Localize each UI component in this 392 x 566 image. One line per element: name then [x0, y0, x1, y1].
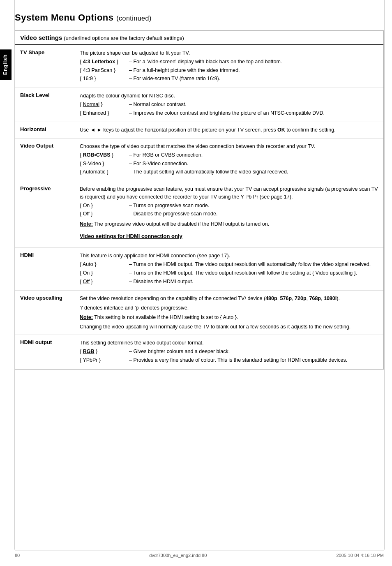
option-key: { 16:9 }: [80, 75, 129, 83]
option-row: { 16:9 } – For wide-screen TV (frame rat…: [80, 75, 378, 83]
option-desc: – The output setting will automatically …: [129, 168, 378, 176]
option-key: { Automatic }: [80, 168, 129, 176]
row-description: This setting determines the video output…: [80, 339, 378, 347]
row-desc-tv-shape: The picture shape can be adjusted to fit…: [75, 45, 383, 88]
option-desc: – Disables the HDMI output.: [129, 278, 378, 286]
page-container: English System Menu Options (continued) …: [0, 0, 392, 566]
page-number: 80: [15, 553, 20, 558]
video-settings-header: Video settings (underlined options are t…: [15, 31, 383, 45]
option-key: { On }: [80, 269, 129, 277]
row-label-hdmi-output: HDMI output: [15, 335, 75, 369]
option-row: { On } – Turns on progressive scan mode.: [80, 202, 378, 210]
option-key: { Normal }: [80, 101, 129, 109]
row-label-tv-shape: TV Shape: [15, 45, 75, 88]
settings-table: TV Shape The picture shape can be adjust…: [15, 45, 383, 369]
option-desc: – Turns on the HDMI output. The video ou…: [129, 261, 378, 268]
option-desc: – For a full-height picture with the sid…: [129, 67, 378, 74]
option-desc: – Turns on progressive scan mode.: [129, 202, 378, 210]
option-key: { Enhanced }: [80, 109, 129, 117]
main-content: System Menu Options (continued) Video se…: [15, 0, 384, 370]
row-desc-hdmi: This feature is only applicable for HDMI…: [75, 248, 383, 291]
option-desc: – Provides a very fine shade of colour. …: [129, 356, 378, 364]
option-key: { RGB }: [80, 348, 129, 356]
footer-date: 2005-10-04 4:16:18 PM: [336, 553, 384, 558]
table-row: Video Output Chooses the type of video o…: [15, 139, 383, 181]
option-row: { Off } – Disables the HDMI output.: [80, 278, 378, 286]
upscalling-note1: 'i' denotes interlace and 'p' denotes pr…: [80, 304, 378, 312]
option-key: { 4:3 Letterbox }: [80, 58, 129, 66]
option-key: { Auto }: [80, 261, 129, 268]
option-desc: – Gives brighter colours and a deeper bl…: [129, 348, 378, 356]
side-tab: English: [0, 49, 12, 80]
table-row: Progressive Before enabling the progress…: [15, 181, 383, 248]
option-desc: – For a 'wide-screen' display with black…: [129, 58, 378, 66]
upscalling-note2: Note: This setting is not available if t…: [80, 314, 378, 321]
option-desc: – For wide-screen TV (frame ratio 16:9).: [129, 75, 378, 83]
option-row: { Auto } – Turns on the HDMI output. The…: [80, 261, 378, 268]
option-desc: – Improves the colour contrast and brigh…: [129, 109, 378, 117]
option-key: { S-Video }: [80, 160, 129, 168]
option-key: { RGB•CVBS }: [80, 151, 129, 159]
option-row: { S-Video } – For S-Video connection.: [80, 160, 378, 168]
table-row: TV Shape The picture shape can be adjust…: [15, 45, 383, 88]
row-label-video-output: Video Output: [15, 139, 75, 181]
option-desc: – Turns on the HDMI output. The video ou…: [129, 269, 378, 277]
option-desc: – Disables the progressive scan mode.: [129, 210, 378, 218]
row-description: Chooses the type of video output that ma…: [80, 143, 378, 150]
row-desc-black-level: Adapts the colour dynamic for NTSC disc.…: [75, 88, 383, 122]
table-row: Horizontal Use ◄ ► keys to adjust the ho…: [15, 122, 383, 139]
option-row: { 4:3 Letterbox } – For a 'wide-screen' …: [80, 58, 378, 66]
row-description: This feature is only applicable for HDMI…: [80, 252, 378, 260]
option-key: { 4:3 PanScan }: [80, 67, 129, 74]
doc-border-left: [14, 0, 15, 550]
row-desc-progressive: Before enabling the progressive scan fea…: [75, 181, 383, 248]
hdmi-section-header: Video settings for HDMI connection only: [80, 232, 378, 240]
option-row: { On } – Turns on the HDMI output. The v…: [80, 269, 378, 277]
option-row: { 4:3 PanScan } – For a full-height pict…: [80, 67, 378, 74]
option-row: { Enhanced } – Improves the colour contr…: [80, 109, 378, 117]
option-desc: – For RGB or CVBS connection.: [129, 151, 378, 159]
row-label-progressive: Progressive: [15, 181, 75, 248]
option-row: { Off } – Disables the progressive scan …: [80, 210, 378, 218]
row-label-video-upscalling: Video upscalling: [15, 291, 75, 335]
upscalling-note3: Changing the video upscalling will norma…: [80, 323, 378, 331]
option-desc: – Normal colour contrast.: [129, 101, 378, 109]
table-row: HDMI output This setting determines the …: [15, 335, 383, 369]
option-row: { Normal } – Normal colour contrast.: [80, 101, 378, 109]
option-row: { YPbPr } – Provides a very fine shade o…: [80, 356, 378, 364]
row-description: Use ◄ ► keys to adjust the horizontal po…: [80, 126, 378, 134]
row-desc-video-output: Chooses the type of video output that ma…: [75, 139, 383, 181]
title-continued: (continued): [116, 15, 152, 22]
row-label-black-level: Black Level: [15, 88, 75, 122]
option-row: { RGB•CVBS } – For RGB or CVBS connectio…: [80, 151, 378, 159]
option-desc: – For S-Video connection.: [129, 160, 378, 168]
title-text: System Menu Options: [15, 12, 114, 23]
video-settings-box: Video settings (underlined options are t…: [15, 30, 384, 370]
row-label-horizontal: Horizontal: [15, 122, 75, 139]
option-key: { Off }: [80, 210, 129, 218]
row-description: The picture shape can be adjusted to fit…: [80, 49, 378, 57]
row-description: Before enabling the progressive scan fea…: [80, 185, 378, 201]
page-footer: 80 dvdr7300h_eu_eng2.indd 80 2005-10-04 …: [15, 550, 384, 558]
table-row: Video upscalling Set the video resolutio…: [15, 291, 383, 335]
row-description: Adapts the colour dynamic for NTSC disc.: [80, 92, 378, 100]
row-label-hdmi: HDMI: [15, 248, 75, 291]
row-desc-horizontal: Use ◄ ► keys to adjust the horizontal po…: [75, 122, 383, 139]
footer-file: dvdr7300h_eu_eng2.indd 80: [149, 553, 207, 558]
option-row: { Automatic } – The output setting will …: [80, 168, 378, 176]
table-row: HDMI This feature is only applicable for…: [15, 248, 383, 291]
doc-border-right: [384, 0, 385, 550]
video-settings-title: Video settings: [20, 34, 62, 41]
option-row: { RGB } – Gives brighter colours and a d…: [80, 348, 378, 356]
page-title: System Menu Options (continued): [15, 12, 384, 23]
option-key: { Off }: [80, 278, 129, 286]
table-row: Black Level Adapts the colour dynamic fo…: [15, 88, 383, 122]
row-desc-video-upscalling: Set the video resolution depending on th…: [75, 291, 383, 335]
row-description: Set the video resolution depending on th…: [80, 295, 378, 303]
video-settings-subtitle: (underlined options are the factory defa…: [64, 35, 184, 41]
option-key: { On }: [80, 202, 129, 210]
progressive-note: Note: The progressive video output will …: [80, 220, 378, 228]
option-key: { YPbPr }: [80, 356, 129, 364]
row-desc-hdmi-output: This setting determines the video output…: [75, 335, 383, 369]
